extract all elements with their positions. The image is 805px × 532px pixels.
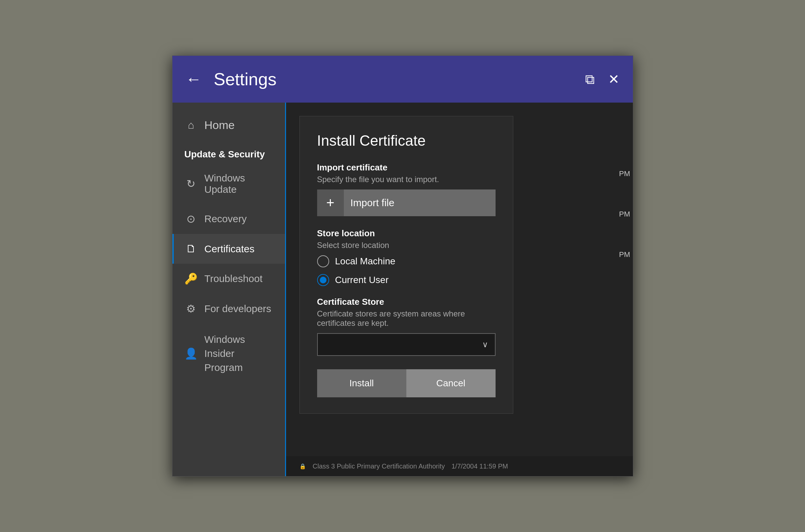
store-location-section: Store location Select store location Loc… <box>317 228 496 286</box>
sidebar-item-label: Recovery <box>205 213 247 225</box>
sidebar-item-for-developers[interactable]: ⚙ For developers <box>172 294 285 324</box>
sidebar-item-recovery[interactable]: ⊙ Recovery <box>172 204 285 234</box>
cert-store-dropdown[interactable]: ∨ <box>317 333 496 356</box>
radio-local-machine[interactable]: Local Machine <box>317 255 496 267</box>
import-section-desc: Specify the file you want to import. <box>317 175 496 184</box>
bottom-bar: 🔒 Class 3 Public Primary Certification A… <box>286 456 633 476</box>
sidebar-item-label: For developers <box>205 303 271 315</box>
pm-label-3: PM <box>608 250 633 259</box>
sidebar-item-certificates[interactable]: 🗋 Certificates <box>172 234 285 264</box>
cancel-button[interactable]: Cancel <box>406 369 496 397</box>
dialog-title: Install Certificate <box>317 132 496 149</box>
cert-store-label: Certificate Store <box>317 297 496 307</box>
cert-icon: 🔒 <box>300 463 306 470</box>
sidebar-item-label: Troubleshoot <box>205 273 263 284</box>
troubleshoot-icon: 🔑 <box>185 272 198 285</box>
titlebar-title: Settings <box>214 69 585 89</box>
sidebar-item-windows-insider[interactable]: 👤 Windows InsiderProgram <box>172 324 285 383</box>
settings-window: ← Settings ⧉ ✕ ⌂ Home Update & Security … <box>172 55 633 477</box>
import-section-label: Import certificate <box>317 163 496 173</box>
pm-labels: PM PM PM <box>608 169 633 259</box>
radio-local-machine-label: Local Machine <box>335 256 396 267</box>
import-plus-icon: + <box>317 189 344 216</box>
dialog-buttons: Install Cancel <box>317 369 496 397</box>
content-area: ⌂ Home Update & Security ↻ Windows Updat… <box>172 102 633 476</box>
pm-label-1: PM <box>608 169 633 178</box>
sidebar-item-label: Windows InsiderProgram <box>205 332 273 375</box>
main-area: PM PM PM Install Certificate Import cert… <box>286 102 633 476</box>
install-certificate-dialog: Install Certificate Import certificate S… <box>300 116 513 414</box>
install-button[interactable]: Install <box>317 369 406 397</box>
close-button[interactable]: ✕ <box>608 73 619 86</box>
store-location-label: Store location <box>317 228 496 239</box>
sidebar-item-windows-update[interactable]: ↻ Windows Update <box>172 164 285 204</box>
restore-button[interactable]: ⧉ <box>585 73 595 86</box>
cert-store-section: Certificate Store Certificate stores are… <box>317 297 496 356</box>
store-location-desc: Select store location <box>317 241 496 250</box>
bottom-cert-date: 1/7/2004 11:59 PM <box>452 462 508 470</box>
import-btn-label: Import file <box>350 197 395 209</box>
radio-current-user-label: Current User <box>335 275 389 285</box>
import-file-button[interactable]: + Import file <box>317 189 496 216</box>
home-icon: ⌂ <box>185 119 198 131</box>
sidebar-item-label: Certificates <box>205 243 255 255</box>
sidebar: ⌂ Home Update & Security ↻ Windows Updat… <box>172 102 286 476</box>
radio-current-user[interactable]: Current User <box>317 274 496 286</box>
insider-icon: 👤 <box>185 347 198 360</box>
certificates-icon: 🗋 <box>185 243 198 255</box>
sidebar-home-label: Home <box>205 119 235 132</box>
titlebar: ← Settings ⧉ ✕ <box>172 56 633 102</box>
sidebar-section-title: Update & Security <box>172 141 285 164</box>
sidebar-item-troubleshoot[interactable]: 🔑 Troubleshoot <box>172 264 285 294</box>
radio-circle-current <box>317 274 329 286</box>
radio-circle-local <box>317 255 329 267</box>
radio-group: Local Machine Current User <box>317 255 496 286</box>
pm-label-2: PM <box>608 210 633 218</box>
sidebar-item-home[interactable]: ⌂ Home <box>172 109 285 141</box>
bottom-cert-name: Class 3 Public Primary Certification Aut… <box>313 462 445 470</box>
windows-update-icon: ↻ <box>185 177 198 190</box>
sidebar-item-label: Windows Update <box>205 172 273 195</box>
recovery-icon: ⊙ <box>185 212 198 225</box>
titlebar-controls: ⧉ ✕ <box>585 73 619 86</box>
dropdown-arrow-icon: ∨ <box>482 340 488 349</box>
developers-icon: ⚙ <box>185 302 198 315</box>
back-button[interactable]: ← <box>186 71 202 87</box>
cert-store-desc: Certificate stores are system areas wher… <box>317 309 496 328</box>
